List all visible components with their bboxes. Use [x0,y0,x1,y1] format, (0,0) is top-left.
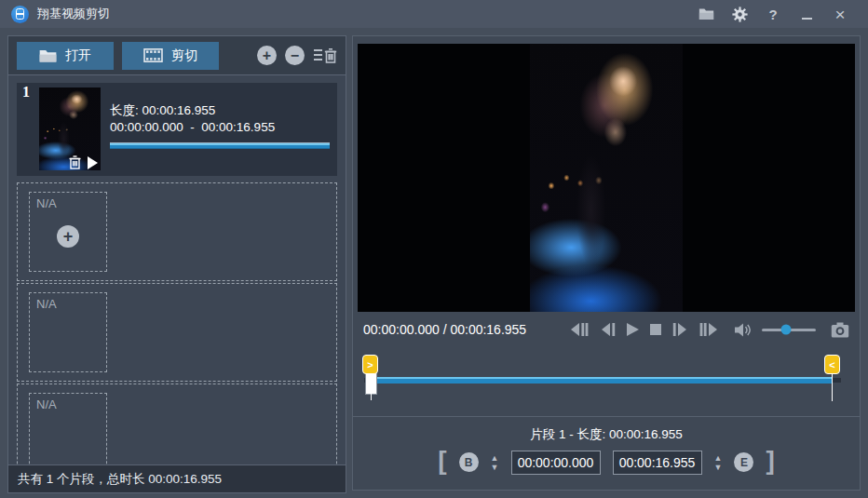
add-segment-icon[interactable]: + [57,225,79,248]
clip-toolbar: 打开 剪切 + − [8,36,346,75]
minimize-icon[interactable] [790,1,823,27]
empty-slot-row: N/A [17,283,337,382]
set-begin-button[interactable]: B [459,452,479,472]
end-marker-line [832,374,833,401]
set-end-button[interactable]: E [734,452,753,472]
open-button-label: 打开 [65,47,91,64]
volume-icon[interactable] [734,323,751,337]
add-clip-icon[interactable]: + [257,46,277,65]
close-bracket: ] [766,449,774,476]
end-time-field[interactable] [613,451,702,475]
open-file-icon[interactable] [689,1,723,27]
empty-slot-row: N/A + [17,182,337,281]
next-frame-icon[interactable] [672,323,688,336]
empty-slot: N/A + [29,192,107,272]
delete-clip-icon[interactable] [69,155,81,169]
clip-item[interactable]: 1 长度: 00:00:16.955 [17,83,337,176]
clip-range-label: 00:00:00.000 - 00:00:16.955 [110,119,330,136]
remove-clip-icon[interactable]: − [285,46,305,65]
status-bar: 共有 1 个片段，总时长 00:00:16.955 [8,464,346,492]
window-title: 翔基视频剪切 [37,6,110,22]
play-icon[interactable] [627,323,639,336]
segment-panel: 片段 1 - 长度: 00:00:16.955 [ B ▲ ▼ ▲ ▼ E ] [353,416,860,490]
empty-slot: N/A [29,292,107,372]
stop-icon[interactable] [650,324,661,335]
start-step-up-icon[interactable]: ▲ [491,454,499,462]
cut-button[interactable]: 剪切 [122,42,219,70]
video-preview-area [358,44,855,312]
empty-slot-label: N/A [36,397,57,411]
open-button[interactable]: 打开 [17,42,114,70]
end-step-up-icon[interactable]: ▲ [714,454,723,462]
start-step-down-icon[interactable]: ▼ [491,464,499,471]
clip-thumbnail [39,87,101,170]
volume-slider-thumb[interactable] [781,325,792,335]
play-clip-icon[interactable] [88,156,98,169]
open-bracket: [ [438,449,446,476]
settings-gear-icon[interactable] [723,1,756,27]
empty-slot-label: N/A [36,196,57,210]
clip-progress-bar [110,142,330,149]
timeline[interactable]: > < [353,347,860,416]
clear-list-icon[interactable] [313,47,337,64]
cut-button-label: 剪切 [171,47,197,64]
close-icon[interactable]: × [823,1,857,27]
clip-index: 1 [22,84,30,101]
status-text: 共有 1 个片段，总时长 00:00:16.955 [18,471,222,488]
video-frame [530,44,683,312]
jump-start-icon[interactable] [569,323,589,336]
empty-slot: N/A [29,393,107,464]
playback-time: 00:00:00.000 / 00:00:16.955 [363,322,526,337]
start-time-field[interactable] [511,451,601,475]
app-window: 翔基视频剪切 ? × [0,0,868,498]
start-marker[interactable]: > [362,355,378,374]
empty-slot-label: N/A [36,297,57,311]
app-logo-icon [11,6,29,23]
playback-controls: 00:00:00.000 / 00:00:16.955 [353,312,860,347]
segment-title: 片段 1 - 长度: 00:00:16.955 [530,426,683,443]
end-time-stepper[interactable]: ▲ ▼ [714,454,723,471]
timeline-selection[interactable] [373,377,832,384]
clip-list-panel: 打开 剪切 + − [7,35,346,493]
snapshot-icon[interactable] [831,322,849,338]
empty-slot-row: N/A [17,384,337,464]
jump-end-icon[interactable] [699,323,719,336]
player-panel: 00:00:00.000 / 00:00:16.955 [352,35,861,491]
clip-length-label: 长度: 00:00:16.955 [110,102,330,119]
end-marker[interactable]: < [824,355,840,374]
end-step-down-icon[interactable]: ▼ [714,464,723,471]
titlebar: 翔基视频剪切 ? × [0,0,868,28]
clip-list: 1 长度: 00:00:16.955 [8,75,346,464]
prev-frame-icon[interactable] [600,323,616,336]
start-time-stepper[interactable]: ▲ ▼ [491,454,499,471]
help-icon[interactable]: ? [756,1,790,27]
volume-slider[interactable] [762,329,816,331]
